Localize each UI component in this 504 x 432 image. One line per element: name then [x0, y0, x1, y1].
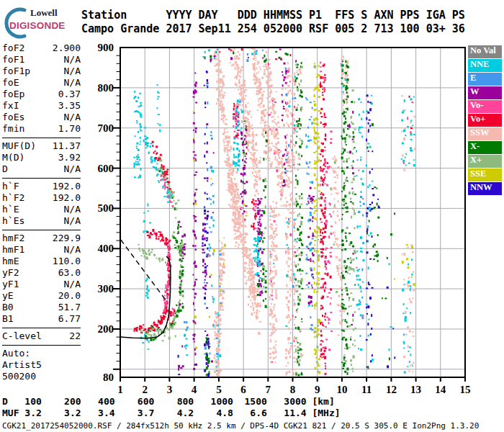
x-tick-label: 15 — [460, 384, 471, 395]
footer-info: CGK21_2017254052000.RSF / 284fx512h 50 k… — [2, 421, 479, 431]
legend-item-w: W — [468, 86, 502, 99]
true-height-profile-line — [120, 256, 171, 338]
param-label: Auto: — [2, 348, 30, 359]
param-row: h`F192.0 — [2, 181, 81, 192]
param-row: h`F2192.0 — [2, 192, 81, 204]
legend-item-nne: NNE — [468, 59, 502, 72]
param-separator — [2, 328, 81, 328]
legend-item-sse: SSE — [468, 168, 502, 181]
y-tick-label: 80 — [103, 372, 114, 383]
header-field-values: Campo Grande 2017 Sep11 254 052000 RSF 0… — [81, 22, 465, 35]
param-value: N/A — [64, 244, 81, 256]
param-value: N/A — [64, 204, 81, 215]
param-value: 20.0 — [58, 290, 81, 302]
x-tick-label: 14 — [435, 384, 446, 395]
x-tick-label: 9 — [315, 384, 320, 395]
param-label: foF2 — [2, 42, 24, 54]
param-row: yF263.0 — [2, 267, 81, 279]
param-value: N/A — [64, 112, 81, 123]
x-tick-label: 5 — [216, 384, 222, 395]
param-label: hmF2 — [2, 233, 24, 244]
legend-item-e: E — [468, 73, 502, 86]
param-value: 22 — [69, 330, 81, 342]
x-tick-label: 1 — [117, 384, 123, 395]
param-row: foF1N/A — [2, 54, 81, 66]
param-value: 6.77 — [58, 313, 81, 325]
param-row: MUF(D)11.37 — [2, 140, 81, 152]
param-label: h`F — [2, 181, 19, 192]
param-row: yE20.0 — [2, 290, 81, 302]
x-tick-label: 2 — [142, 384, 148, 395]
param-row: h`EsN/A — [2, 215, 81, 227]
x-tick-label: 4 — [192, 384, 197, 395]
param-value: 192.0 — [53, 181, 81, 192]
param-label: h`F2 — [2, 192, 24, 204]
param-row: B051.7 — [2, 302, 81, 313]
x-tick-label: 12 — [386, 384, 397, 395]
param-value: 2.900 — [53, 42, 81, 54]
legend-item-nnw: NNW — [468, 182, 502, 195]
logo-digisonde-text: DIGISONDE — [9, 20, 66, 31]
y-tick-label: 500 — [98, 202, 114, 214]
y-tick-label: 400 — [98, 243, 114, 254]
param-label: fmin — [2, 123, 24, 135]
x-tick-label: 6 — [240, 384, 246, 395]
y-axis-labels: 90080070060050040030020080 — [98, 42, 114, 383]
legend-item-vo+: Vo+ — [468, 114, 502, 127]
x-tick-label: 8 — [290, 384, 296, 395]
param-value: 110.0 — [53, 256, 81, 267]
param-row: Artist5 — [2, 359, 81, 371]
param-label: hmE — [2, 256, 19, 267]
legend-item-noval: No Val — [468, 45, 502, 58]
x-tick-label: 7 — [266, 384, 271, 395]
param-label: h`Es — [2, 215, 24, 227]
param-label: yF2 — [2, 267, 19, 279]
param-label: foEp — [2, 89, 24, 100]
param-value: 11.37 — [53, 140, 81, 152]
param-label: foEs — [2, 112, 24, 123]
param-label: foF1p — [2, 66, 30, 77]
param-label: MUF(D) — [2, 140, 36, 152]
param-separator — [2, 138, 81, 138]
param-row: h`EN/A — [2, 204, 81, 215]
param-value: 192.0 — [53, 192, 81, 204]
param-row: foF22.900 — [2, 42, 81, 54]
param-value: 3.92 — [58, 152, 81, 163]
legend-item-ssw: SSW — [468, 127, 502, 140]
y-tick-label: 200 — [98, 323, 114, 335]
param-row: fmin1.70 — [2, 123, 81, 135]
param-row: foEsN/A — [2, 112, 81, 123]
d-distance-scale-row: D 100 200 400 600 800 1000 1500 3000 [km… — [2, 396, 335, 407]
param-value: 0.37 — [58, 89, 81, 100]
param-value: N/A — [64, 54, 81, 66]
param-row: hmF2229.9 — [2, 233, 81, 244]
param-row: M(D)3.92 — [2, 152, 81, 163]
x-axis-labels: 123456789101112131415 — [117, 377, 470, 395]
legend-item-x+: X+ — [468, 155, 502, 168]
y-tick-label: 700 — [98, 122, 114, 134]
param-label: yF1 — [2, 279, 19, 290]
param-label: B1 — [2, 313, 14, 325]
param-row: foF1pN/A — [2, 66, 81, 77]
param-value: N/A — [64, 66, 81, 77]
param-row: 500200 — [2, 371, 81, 382]
param-label: M(D) — [2, 152, 24, 163]
legend-item-vo-: Vo- — [468, 100, 502, 113]
param-row: C-level22 — [2, 330, 81, 342]
param-separator — [2, 178, 81, 179]
param-label: C-level — [2, 330, 42, 342]
y-tick-label: 300 — [98, 283, 114, 294]
param-row: fxI3.35 — [2, 100, 81, 112]
muf-scale-row: MUF 3.2 3.2 3.4 3.7 4.2 4.8 6.6 11.4 [MH… — [2, 408, 341, 418]
param-label: 500200 — [2, 371, 36, 382]
param-value: N/A — [64, 215, 81, 227]
param-row: foEp0.37 — [2, 89, 81, 100]
param-value: N/A — [64, 279, 81, 290]
param-value: 229.9 — [53, 233, 81, 244]
param-label: yE — [2, 290, 14, 302]
legend-item-x-: X- — [468, 141, 502, 154]
param-row: DN/A — [2, 163, 81, 175]
param-value: N/A — [64, 77, 81, 89]
y-tick-label: 600 — [98, 163, 114, 174]
param-row: foEN/A — [2, 77, 81, 89]
